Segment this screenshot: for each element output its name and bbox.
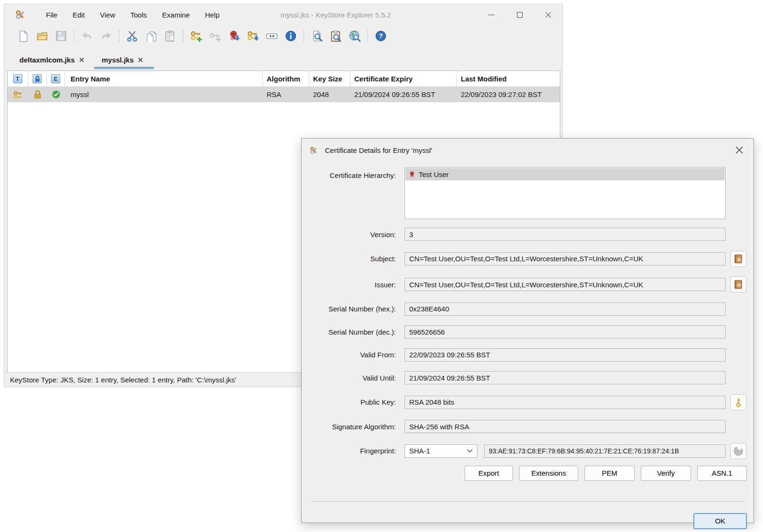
fingerprint-algorithm-select[interactable]: SHA-1 <box>404 444 477 458</box>
issuer-distinguished-name-button[interactable]: @ <box>730 276 746 293</box>
generate-secret-key-button[interactable] <box>206 27 224 44</box>
ok-button[interactable]: OK <box>693 513 747 529</box>
close-button[interactable] <box>534 4 562 25</box>
redo-icon <box>100 30 112 42</box>
examine-file-icon <box>311 30 323 42</box>
entry-type-header-icon: T <box>13 74 22 83</box>
examine-clipboard-icon <box>330 30 342 42</box>
help-icon: ? <box>375 30 387 42</box>
column-certificate-expiry[interactable]: Certificate Expiry <box>350 71 457 86</box>
titlebar: File Edit View Tools Examine Help myssl.… <box>4 4 562 25</box>
examine-file-button[interactable] <box>307 27 326 44</box>
dialog-close-button[interactable] <box>732 143 747 157</box>
asn1-button[interactable]: ASN.1 <box>697 466 747 481</box>
menu-file[interactable]: File <box>38 8 65 22</box>
menu-edit[interactable]: Edit <box>65 8 92 22</box>
address-book-icon: @ <box>733 254 744 264</box>
subject-field: CN=Test User,OU=Test,O=Test Ltd,L=Worces… <box>404 252 726 266</box>
menu-help[interactable]: Help <box>197 8 227 22</box>
extensions-button[interactable]: Extensions <box>519 466 578 481</box>
maximize-button[interactable] <box>505 4 534 25</box>
tab-label: myssl.jks <box>102 56 134 64</box>
toolbar-separator <box>74 29 74 43</box>
fingerprint-details-button[interactable] <box>730 443 746 459</box>
menu-tools[interactable]: Tools <box>123 8 154 22</box>
issuer-label: Issuer: <box>307 281 396 289</box>
examine-ssl-button[interactable] <box>345 27 364 44</box>
column-expiry-status[interactable]: E <box>47 71 65 86</box>
maximize-icon <box>517 12 523 18</box>
undo-button[interactable] <box>78 27 97 44</box>
column-key-size[interactable]: Key Size <box>309 71 350 86</box>
ok-button-row: OK <box>307 513 747 529</box>
certificate-hierarchy-list[interactable]: Test User <box>404 167 726 219</box>
properties-button[interactable] <box>281 27 300 44</box>
toolbar-separator <box>183 29 183 43</box>
column-last-modified[interactable]: Last Modified <box>457 71 560 86</box>
hierarchy-item-test-user[interactable]: Test User <box>405 168 725 180</box>
redo-button[interactable] <box>97 27 116 44</box>
column-label: Key Size <box>313 75 342 83</box>
app-logo-icon <box>15 9 26 20</box>
save-keystore-button[interactable] <box>52 27 71 44</box>
close-icon <box>545 12 551 18</box>
open-keystore-button[interactable] <box>33 27 52 44</box>
paste-button[interactable] <box>161 27 180 44</box>
column-lock-status[interactable] <box>28 71 47 86</box>
serial-dec-field: 596526656 <box>404 325 726 338</box>
fingerprint-icon <box>733 446 744 456</box>
svg-text:?: ? <box>379 32 383 40</box>
copy-button[interactable] <box>142 27 161 44</box>
signature-algorithm-label: Signature Algorithm: <box>307 423 396 431</box>
menu-examine[interactable]: Examine <box>154 8 197 22</box>
pem-button[interactable]: PEM <box>584 466 635 481</box>
certificate-hierarchy-row: Certificate Hierarchy: Test User <box>307 167 746 219</box>
examine-clipboard-button[interactable] <box>326 27 345 44</box>
import-key-pair-button[interactable] <box>243 27 262 44</box>
minimize-button[interactable] <box>477 4 505 25</box>
status-text: KeyStore Type: JKS, Size: 1 entry, Selec… <box>10 376 236 384</box>
paste-icon <box>164 30 176 42</box>
signature-algorithm-field: SHA-256 with RSA <box>404 420 726 433</box>
menu-view[interactable]: View <box>92 8 123 22</box>
svg-text:@: @ <box>737 282 741 287</box>
public-key-row: Public Key: RSA 2048 bits <box>307 394 746 410</box>
column-algorithm[interactable]: Algorithm <box>263 71 309 86</box>
generate-key-pair-button[interactable] <box>187 27 206 44</box>
info-icon <box>285 30 297 42</box>
column-entry-name[interactable]: Entry Name <box>65 71 263 86</box>
generate-secret-key-icon <box>209 30 221 42</box>
dialog-body: Certificate Hierarchy: Test User Version… <box>302 161 754 529</box>
serial-dec-label: Serial Number (dec.): <box>307 328 396 336</box>
lock-status-header-icon <box>33 74 42 83</box>
cell-key-size: 2048 <box>309 87 350 102</box>
chevron-down-icon <box>467 449 473 453</box>
cut-button[interactable] <box>123 27 142 44</box>
verify-button[interactable]: Verify <box>641 466 691 481</box>
cell-certificate-expiry: 21/09/2024 09:26:55 BST <box>350 87 457 102</box>
column-entry-type[interactable]: T <box>8 71 28 86</box>
help-button[interactable]: ? <box>371 27 390 44</box>
save-icon <box>55 30 67 42</box>
set-password-button[interactable] <box>262 27 281 44</box>
import-trusted-certificate-button[interactable] <box>224 27 243 44</box>
tab-close-button[interactable] <box>80 58 84 62</box>
public-key-details-button[interactable] <box>730 394 746 410</box>
valid-from-label: Valid From: <box>307 351 396 359</box>
open-folder-icon <box>36 30 48 42</box>
export-button[interactable]: Export <box>465 466 513 481</box>
table-row-myssl[interactable]: myssl RSA 2048 21/09/2024 09:26:55 BST 2… <box>8 87 560 102</box>
window-controls <box>477 4 562 25</box>
window-title: myssl.jks - KeyStore Explorer 5.5.2 <box>241 11 431 19</box>
serial-hex-label: Serial Number (hex.): <box>307 305 396 313</box>
padlock-icon <box>33 89 42 99</box>
menubar: File Edit View Tools Examine Help <box>38 8 227 22</box>
public-key-field: RSA 2048 bits <box>404 396 726 409</box>
tab-myssl-jks[interactable]: myssl.jks <box>98 51 147 71</box>
new-keystore-button[interactable] <box>14 27 33 44</box>
subject-distinguished-name-button[interactable]: @ <box>730 251 746 267</box>
cell-entry-name: myssl <box>65 87 263 102</box>
tab-deltaxmlcom-jks[interactable]: deltaxmlcom.jks <box>16 51 88 71</box>
tab-close-button[interactable] <box>138 58 143 62</box>
hierarchy-label: Certificate Hierarchy: <box>307 171 396 179</box>
